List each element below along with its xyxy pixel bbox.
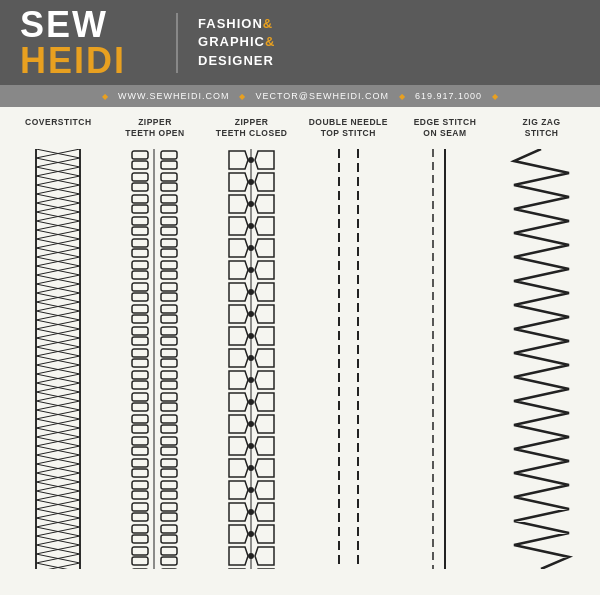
logo-divider — [176, 13, 178, 73]
label-edge-stitch: EDGE STITCHON SEAM — [405, 117, 485, 139]
brand-text: FASHION& GRAPHIC& DESIGNER — [198, 15, 275, 70]
dot1: ◆ — [102, 92, 108, 101]
zigzag-svg — [509, 149, 574, 569]
stitch-area — [0, 144, 600, 574]
svg-rect-14 — [127, 149, 182, 569]
dot4: ◆ — [492, 92, 498, 101]
dot3: ◆ — [399, 92, 405, 101]
brand-line2: GRAPHIC& — [198, 33, 275, 51]
zipper-open-svg — [127, 149, 182, 569]
brand-line3: DESIGNER — [198, 52, 275, 70]
zigzag-col — [502, 144, 582, 574]
labels-row: COVERSTITCH ZIPPERTEETH OPEN ZIPPERTEETH… — [0, 107, 600, 144]
zipper-closed-col — [212, 144, 292, 574]
header: SEW HEIDI FASHION& GRAPHIC& DESIGNER — [0, 0, 600, 85]
phone-text: 619.917.1000 — [415, 91, 482, 101]
svg-rect-17 — [224, 149, 279, 569]
logo-section: SEW HEIDI — [20, 7, 126, 79]
logo-heidi: HEIDI — [20, 43, 126, 79]
zipper-open-col — [115, 144, 195, 574]
label-zipper-open: ZIPPERTEETH OPEN — [115, 117, 195, 139]
label-zipper-closed: ZIPPERTEETH CLOSED — [212, 117, 292, 139]
brand-line1: FASHION& — [198, 15, 275, 33]
double-needle-svg — [321, 149, 376, 569]
sub-header: ◆ WWW.SEWHEIDI.COM ◆ VECTOR@SEWHEIDI.COM… — [0, 85, 600, 107]
edge-stitch-svg — [425, 149, 465, 569]
zipper-closed-svg — [224, 149, 279, 569]
svg-rect-6 — [28, 149, 88, 569]
label-zigzag: ZIG ZAGSTITCH — [502, 117, 582, 139]
double-needle-col — [308, 144, 388, 574]
edge-stitch-col — [405, 144, 485, 574]
label-double-needle: DOUBLE NEEDLETOP STITCH — [308, 117, 388, 139]
dot2: ◆ — [239, 92, 245, 101]
coverstitch-svg — [28, 149, 88, 569]
email-text: VECTOR@SEWHEIDI.COM — [255, 91, 388, 101]
label-coverstitch: COVERSTITCH — [18, 117, 98, 139]
coverstitch-col — [18, 144, 98, 574]
logo-sew: SEW — [20, 7, 126, 43]
website-text: WWW.SEWHEIDI.COM — [118, 91, 230, 101]
